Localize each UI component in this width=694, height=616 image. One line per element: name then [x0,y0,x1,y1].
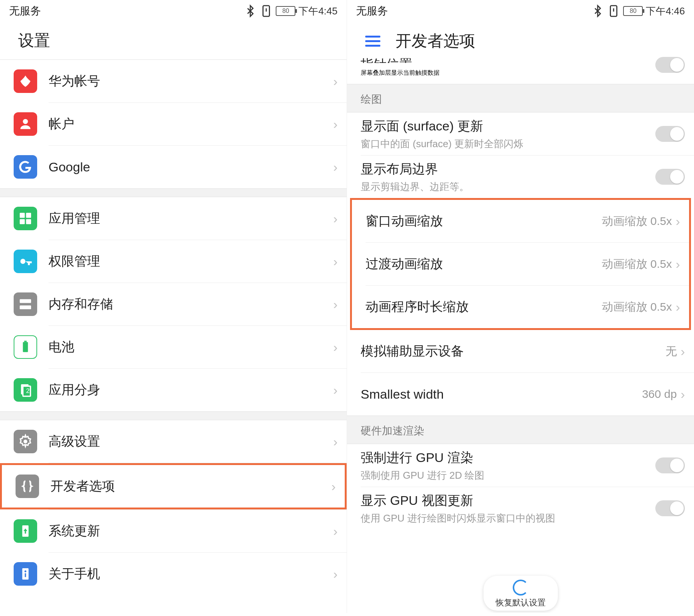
settings-item-about[interactable]: 关于手机 › [0,553,347,595]
settings-item-advanced[interactable]: 高级设置 › [0,420,347,463]
section-header-drawing: 绘图 [347,84,694,113]
status-icons: 80 下午4:46 [591,5,685,18]
chevron-right-icon: › [333,211,338,226]
chevron-right-icon: › [333,383,338,398]
restore-label: 恢复默认设置 [496,597,546,608]
battery-icon [14,335,37,359]
gear-icon [14,430,37,453]
dev-item-smallest-width[interactable]: Smallest width 360 dp › [347,373,694,415]
bluetooth-icon [244,5,257,17]
svg-rect-11 [23,342,28,352]
dev-item-title: 模拟辅助显示设备 [361,343,666,360]
dev-item-pointer-location[interactable]: 指针位置 屏幕叠加层显示当前触摸数据 [347,60,694,84]
dev-item-title: 显示 GPU 视图更新 [361,492,655,509]
settings-item-update[interactable]: 系统更新 › [0,510,347,552]
menu-icon[interactable] [365,36,380,47]
svg-point-10 [22,307,23,308]
toggle-switch[interactable] [655,457,685,473]
chevron-right-icon: › [333,160,338,174]
settings-item-label: 系统更新 [49,522,333,540]
chevron-right-icon: › [333,297,338,312]
chevron-right-icon: › [333,74,338,89]
dev-item-title: 动画程序时长缩放 [366,298,602,316]
dev-item-layout-bounds[interactable]: 显示布局边界 显示剪辑边界、边距等。 [347,156,694,198]
settings-item-accounts[interactable]: 帐户 › [0,103,347,145]
svg-rect-8 [20,305,31,309]
google-icon [14,155,37,179]
dev-item-title: 显示面 (surface) 更新 [361,118,655,135]
settings-item-google[interactable]: Google › [0,146,347,188]
accounts-icon [14,112,37,136]
dev-item-surface-update[interactable]: 显示面 (surface) 更新 窗口中的面 (surface) 更新时全部闪烁 [347,113,694,155]
settings-item-label: 开发者选项 [50,478,331,495]
settings-item-label: 应用管理 [49,210,333,227]
dev-item-title: 显示布局边界 [361,160,655,178]
restore-defaults-pill[interactable]: 恢复默认设置 [484,576,558,611]
settings-item-permissions[interactable]: 权限管理 › [0,240,347,283]
dev-item-value: 360 dp [642,388,677,401]
svg-rect-7 [20,299,31,303]
settings-item-huawei-id[interactable]: 华为帐号 › [0,60,347,102]
dev-item-transition-animation-scale[interactable]: 过渡动画缩放 动画缩放 0.5x › [352,243,689,285]
settings-item-label: 高级设置 [49,433,333,450]
chevron-right-icon: › [333,434,338,449]
update-icon [14,519,37,543]
status-carrier: 无服务 [9,4,41,18]
dev-item-subtitle: 屏幕叠加层显示当前触摸数据 [361,69,655,77]
reset-icon [513,580,529,596]
toggle-switch[interactable] [655,57,685,73]
settings-item-label: Google [49,160,333,174]
settings-item-label: 电池 [49,338,333,356]
battery-icon: 80 [623,6,643,16]
chevron-right-icon: › [676,257,680,272]
dev-item-force-gpu[interactable]: 强制进行 GPU 渲染 强制使用 GPU 进行 2D 绘图 [347,444,694,487]
huawei-icon [14,69,37,93]
chevron-right-icon: › [333,340,338,355]
svg-text:2: 2 [26,387,30,394]
dev-item-simulate-secondary-display[interactable]: 模拟辅助显示设备 无 › [347,330,694,372]
settings-item-label: 帐户 [49,115,333,133]
chevron-right-icon: › [676,300,680,314]
screen-developer-options: 无服务 80 下午4:46 开发者选项 指针位置 屏幕叠加层显示当前触摸数据 绘… [347,0,694,613]
svg-rect-20 [25,573,26,577]
settings-item-twin[interactable]: 2 应用分身 › [0,369,347,411]
dev-item-title: 窗口动画缩放 [366,212,602,230]
highlight-animation-scales: 窗口动画缩放 动画缩放 0.5x › 过渡动画缩放 动画缩放 0.5x › 动画… [350,198,691,330]
settings-item-label: 关于手机 [49,565,333,583]
dev-item-subtitle: 使用 GPU 进行绘图时闪烁显示窗口中的视图 [361,512,655,525]
clone-icon: 2 [14,378,37,402]
dev-item-value: 动画缩放 0.5x [602,256,672,272]
settings-item-battery[interactable]: 电池 › [0,326,347,368]
dev-item-window-animation-scale[interactable]: 窗口动画缩放 动画缩放 0.5x › [352,200,689,242]
status-time: 下午4:46 [646,5,685,18]
highlight-developer: 开发者选项 › [0,463,347,509]
dev-item-title: 过渡动画缩放 [366,255,602,273]
toggle-switch[interactable] [655,169,685,185]
settings-item-app-manage[interactable]: 应用管理 › [0,197,347,240]
toggle-switch[interactable] [655,126,685,142]
svg-point-6 [20,259,25,264]
settings-item-developer[interactable]: 开发者选项 › [2,465,345,508]
info-icon [14,562,37,586]
dev-item-gpu-view-update[interactable]: 显示 GPU 视图更新 使用 GPU 进行绘图时闪烁显示窗口中的视图 [347,487,694,530]
settings-item-label: 权限管理 [49,253,333,270]
section-header-hardware: 硬件加速渲染 [347,415,694,444]
chevron-right-icon: › [333,524,338,539]
sim-alert-icon [260,5,273,17]
settings-item-label: 内存和存储 [49,295,333,313]
status-carrier: 无服务 [356,4,388,18]
svg-rect-12 [24,341,27,342]
settings-item-label: 华为帐号 [49,72,333,90]
dev-item-animator-duration-scale[interactable]: 动画程序时长缩放 动画缩放 0.5x › [352,286,689,328]
status-icons: 80 下午4:45 [244,5,338,18]
settings-item-memory[interactable]: 内存和存储 › [0,283,347,325]
bluetooth-icon [591,5,604,17]
page-title-row: 设置 [0,22,347,60]
toggle-switch[interactable] [655,500,685,516]
svg-rect-3 [26,213,31,218]
svg-rect-2 [20,213,25,218]
svg-point-1 [23,119,28,124]
braces-icon [16,475,39,498]
svg-point-19 [25,570,27,572]
screen-settings: 无服务 80 下午4:45 设置 华为帐号 › 帐户 › [0,0,347,613]
